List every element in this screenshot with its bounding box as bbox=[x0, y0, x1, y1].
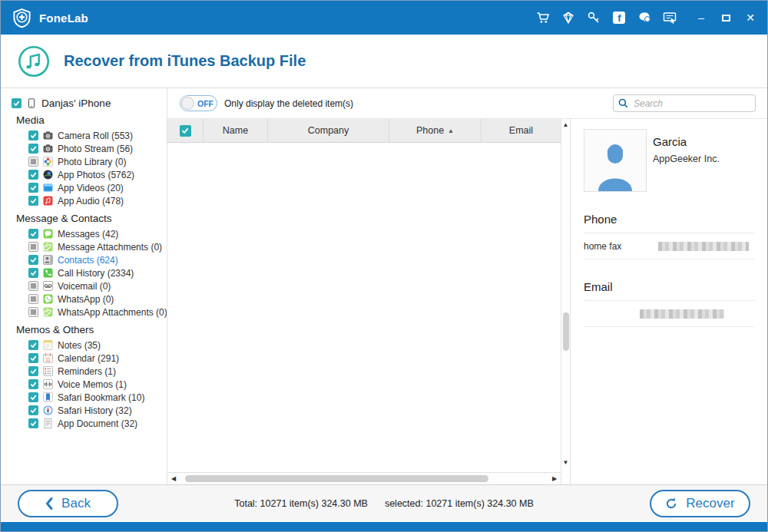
reminders-icon bbox=[43, 366, 53, 376]
checkbox-app-videos[interactable] bbox=[28, 183, 38, 193]
horizontal-scroll-thumb[interactable] bbox=[185, 475, 488, 482]
checkbox-contacts[interactable] bbox=[28, 255, 38, 265]
search-icon bbox=[618, 98, 628, 108]
sidebar-item-voice-memos[interactable]: Voice Memos (1) bbox=[10, 378, 167, 391]
checkbox-messages[interactable] bbox=[28, 229, 38, 239]
contact-detail-panel: ▶ Garcia AppGeeker Inc. Phone home fax bbox=[571, 119, 767, 484]
sidebar-item-reminders[interactable]: Reminders (1) bbox=[10, 365, 167, 378]
workarea: Name Company Phone▲ Email ◀ ▶ ▲ bbox=[167, 119, 767, 484]
checkbox-photo-library[interactable] bbox=[28, 157, 38, 167]
device-label: Danjas' iPhone bbox=[41, 97, 111, 109]
sidebar-item-notes[interactable]: Notes (35) bbox=[10, 339, 167, 352]
sidebar-item-whatsapp[interactable]: WhatsApp (0) bbox=[10, 292, 167, 306]
checkbox-message-attachments[interactable] bbox=[28, 242, 38, 252]
checkbox-voice-memos[interactable] bbox=[28, 379, 38, 389]
titlebar-icons: f bbox=[536, 11, 677, 25]
gem-icon[interactable] bbox=[561, 11, 575, 25]
feedback-icon[interactable] bbox=[663, 11, 677, 25]
sidebar-item-label: Call History (2334) bbox=[58, 268, 134, 279]
sidebar-item-label: App Document (32) bbox=[58, 418, 137, 429]
checkbox-whatsapp[interactable] bbox=[28, 294, 38, 304]
sidebar-item-app-document[interactable]: App Document (32) bbox=[10, 417, 167, 430]
checkbox-camera-roll[interactable] bbox=[28, 131, 38, 140]
column-header-name[interactable]: Name bbox=[203, 119, 267, 142]
scroll-up-arrow-icon[interactable]: ▲ bbox=[561, 121, 570, 128]
sidebar-item-contacts[interactable]: Contacts (624) bbox=[10, 253, 167, 266]
detail-phone-field-label: home fax bbox=[584, 241, 621, 252]
messages-icon bbox=[43, 229, 53, 239]
checkbox-notes[interactable] bbox=[28, 340, 38, 350]
page-title: Recover from iTunes Backup File bbox=[64, 52, 306, 70]
checkbox-photo-stream[interactable] bbox=[28, 144, 38, 154]
facebook-icon[interactable]: f bbox=[612, 11, 626, 25]
sidebar-item-label: Voicemail (0) bbox=[58, 281, 111, 292]
photo-library-icon bbox=[43, 157, 53, 167]
sidebar-item-label: WhatsApp (0) bbox=[58, 294, 114, 305]
column-header-company[interactable]: Company bbox=[267, 119, 389, 142]
recover-button[interactable]: Recover bbox=[650, 490, 750, 517]
app-name: FoneLab bbox=[39, 12, 88, 25]
checkbox-app-audio[interactable] bbox=[28, 196, 38, 206]
device-checkbox[interactable] bbox=[12, 98, 22, 108]
main-panel: OFF Only display the deleted item(s) Nam… bbox=[167, 88, 767, 484]
sidebar-item-safari-bookmark[interactable]: Safari Bookmark (10) bbox=[10, 391, 167, 404]
checkbox-safari-bookmark[interactable] bbox=[28, 392, 38, 402]
sidebar-item-voicemail[interactable]: Voicemail (0) bbox=[10, 279, 167, 292]
checkbox-calendar[interactable] bbox=[28, 353, 38, 363]
search-box[interactable] bbox=[613, 94, 756, 112]
checkbox-voicemail[interactable] bbox=[28, 281, 38, 291]
vertical-scroll-thumb[interactable] bbox=[563, 312, 569, 351]
camera-icon bbox=[43, 144, 53, 154]
back-button[interactable]: Back bbox=[18, 490, 118, 517]
sidebar-item-app-photos[interactable]: App Photos (5762) bbox=[10, 168, 167, 181]
svg-text:f: f bbox=[617, 12, 621, 24]
close-button[interactable]: ✕ bbox=[744, 12, 756, 24]
checkbox-safari-history[interactable] bbox=[28, 405, 38, 415]
scroll-left-arrow-icon[interactable]: ◀ bbox=[170, 475, 177, 482]
search-input[interactable] bbox=[634, 98, 754, 109]
maximize-button[interactable] bbox=[720, 12, 732, 24]
checkbox-whatsapp-attachments[interactable] bbox=[28, 307, 38, 317]
sidebar-item-call-history[interactable]: Call History (2334) bbox=[10, 266, 167, 279]
sidebar-item-camera-roll[interactable]: Camera Roll (553) bbox=[10, 129, 167, 142]
column-header-email[interactable]: Email bbox=[481, 119, 561, 142]
chat-icon[interactable] bbox=[637, 11, 651, 25]
sidebar-item-label: App Audio (478) bbox=[58, 196, 124, 207]
table-header: Name Company Phone▲ Email bbox=[167, 119, 561, 143]
key-icon[interactable] bbox=[587, 11, 601, 25]
sidebar-section-media: Media bbox=[16, 114, 167, 126]
checkbox-reminders[interactable] bbox=[28, 366, 38, 376]
vertical-scrollbar[interactable]: ▲ ▼ bbox=[561, 119, 571, 484]
sidebar-item-message-attachments[interactable]: Message Attachments (0) bbox=[10, 240, 167, 253]
sidebar-item-app-videos[interactable]: App Videos (20) bbox=[10, 181, 167, 194]
scroll-down-arrow-icon[interactable]: ▼ bbox=[561, 459, 570, 466]
attachment-icon bbox=[43, 242, 53, 252]
minimize-button[interactable]: – bbox=[695, 12, 707, 24]
sidebar-item-photo-library[interactable]: Photo Library (0) bbox=[10, 155, 167, 168]
sidebar-item-safari-history[interactable]: Safari History (32) bbox=[10, 404, 167, 417]
table-body bbox=[167, 143, 561, 472]
sidebar-item-whatsapp-attachments[interactable]: WhatsApp Attachments (0) bbox=[10, 306, 167, 319]
sidebar-item-label: Safari Bookmark (10) bbox=[58, 392, 144, 403]
checkbox-call-history[interactable] bbox=[28, 268, 38, 278]
back-chevron-icon bbox=[45, 497, 53, 510]
sort-ascending-icon: ▲ bbox=[448, 127, 454, 134]
footer: Back Total: 10271 item(s) 324.30 MB sele… bbox=[1, 484, 767, 522]
deleted-items-toggle[interactable]: OFF bbox=[180, 95, 217, 111]
sidebar-device-row[interactable]: Danjas' iPhone bbox=[12, 97, 167, 109]
cart-icon[interactable] bbox=[536, 11, 550, 25]
sidebar-item-photo-stream[interactable]: Photo Stream (56) bbox=[10, 142, 167, 155]
fonelab-window: FoneLab f – ✕ Recover from iTunes Backup… bbox=[0, 0, 768, 532]
column-header-phone[interactable]: Phone▲ bbox=[389, 119, 481, 142]
whatsapp-icon bbox=[43, 294, 53, 304]
sidebar-item-calendar[interactable]: 11Calendar (291) bbox=[10, 352, 167, 365]
select-all-checkbox[interactable] bbox=[180, 125, 191, 137]
scroll-right-arrow-icon[interactable]: ▶ bbox=[551, 475, 558, 482]
checkbox-app-photos[interactable] bbox=[28, 170, 38, 180]
horizontal-scrollbar[interactable]: ◀ ▶ bbox=[167, 472, 561, 484]
checkbox-app-document[interactable] bbox=[28, 418, 38, 428]
sidebar-item-messages[interactable]: Messages (42) bbox=[10, 227, 167, 240]
sidebar-item-app-audio[interactable]: App Audio (478) bbox=[10, 194, 167, 207]
safari-bookmark-icon bbox=[43, 392, 53, 402]
sidebar-item-label: Message Attachments (0) bbox=[58, 242, 162, 253]
